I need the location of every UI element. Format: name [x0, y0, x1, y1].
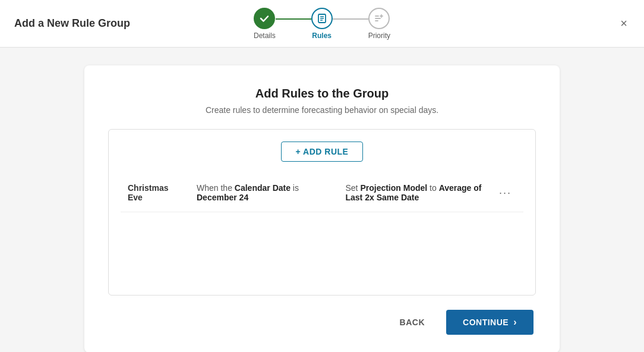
chevron-right-icon: › [513, 317, 517, 328]
page-title: Add a New Rule Group [14, 17, 130, 30]
main-content: Add Rules to the Group Create rules to d… [0, 48, 644, 352]
step-details: Details [254, 8, 276, 40]
rule-condition: When the Calendar Date is December 24 [197, 183, 336, 202]
stepper: Details Rules [254, 8, 390, 40]
footer: BACK CONTINUE › [108, 310, 536, 335]
rule-action: Set Projection Model to Average of Last … [346, 183, 485, 202]
rules-container: + ADD RULE ChristmasEve When the Calenda… [108, 129, 536, 296]
condition-value: December 24 [197, 193, 248, 202]
step-connector-2 [333, 18, 368, 20]
add-rule-button[interactable]: + ADD RULE [281, 142, 364, 162]
step-details-icon [254, 8, 275, 29]
continue-label: CONTINUE [463, 318, 509, 327]
condition-key: Calendar Date [235, 183, 291, 193]
step-priority-icon [368, 8, 390, 29]
rule-menu-button[interactable]: ··· [494, 184, 516, 202]
step-rules-icon [311, 8, 333, 29]
card: Add Rules to the Group Create rules to d… [84, 65, 560, 352]
step-details-label: Details [254, 32, 276, 40]
back-button[interactable]: BACK [388, 312, 437, 333]
card-subtitle: Create rules to determine forecasting be… [108, 105, 536, 115]
condition-prefix: When the [197, 183, 235, 193]
step-connector-1 [276, 18, 311, 20]
action-middle: to [427, 183, 438, 193]
step-priority-label: Priority [368, 32, 390, 40]
action-key: Projection Model [360, 183, 427, 193]
action-prefix: Set [346, 183, 361, 193]
condition-middle: is [291, 183, 299, 193]
close-button[interactable]: × [618, 14, 630, 33]
table-row: ChristmasEve When the Calendar Date is D… [121, 174, 523, 212]
step-priority: Priority [368, 8, 390, 40]
step-rules-label: Rules [312, 32, 332, 40]
rule-name: ChristmasEve [128, 183, 187, 202]
step-rules: Rules [311, 8, 333, 40]
header: Add a New Rule Group Details [0, 0, 644, 48]
card-title: Add Rules to the Group [108, 87, 536, 100]
continue-button[interactable]: CONTINUE › [446, 310, 533, 335]
